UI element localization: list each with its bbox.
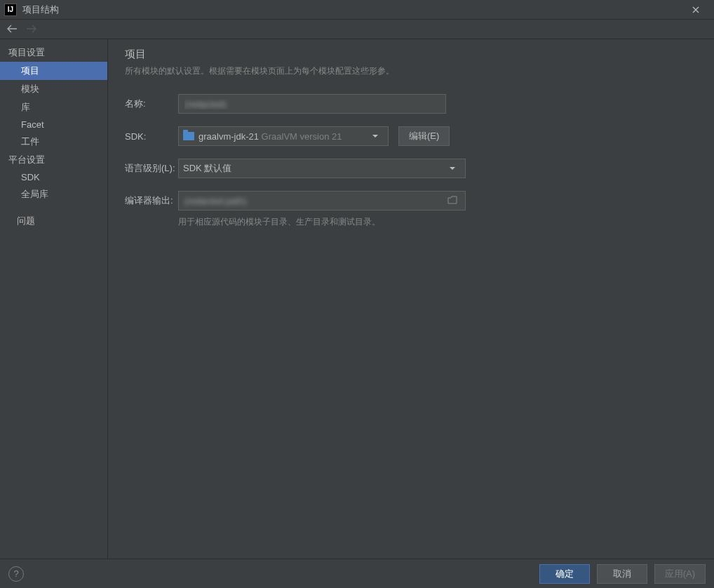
sidebar-item-label: 模块 (21, 83, 39, 94)
sdk-label: SDK: (125, 131, 175, 142)
nav-back-button[interactable] (6, 23, 18, 36)
sidebar-item-label: 问题 (17, 215, 35, 226)
edit-sdk-button[interactable]: 编辑(E) (398, 126, 450, 146)
compiler-output-value: (redacted path) (184, 196, 445, 206)
sidebar-section-project-settings: 项目设置 (0, 44, 107, 62)
sidebar-item-label: 库 (21, 102, 30, 112)
sidebar-item-label: Facet (21, 119, 44, 130)
chevron-down-icon (450, 167, 455, 170)
close-button[interactable] (682, 0, 710, 20)
lang-level-value: SDK 默认值 (183, 162, 445, 175)
sidebar-item-label: SDK (21, 172, 40, 182)
arrow-left-icon (6, 25, 18, 33)
sidebar-item-modules[interactable]: 模块 (0, 80, 107, 98)
sidebar-item-sdk[interactable]: SDK (0, 169, 107, 185)
browse-folder-icon[interactable] (445, 196, 459, 206)
help-button[interactable]: ? (8, 566, 24, 582)
folder-icon (183, 132, 194, 140)
close-icon (692, 6, 699, 13)
sidebar-item-problems[interactable]: 问题 (0, 212, 107, 230)
sidebar-item-global-libs[interactable]: 全局库 (0, 185, 107, 203)
sidebar-section-platform-settings: 平台设置 (0, 151, 107, 169)
main-content: 项目 所有模块的默认设置。根据需要在模块页面上为每个模块配置这些形参。 名称: … (108, 39, 714, 559)
sidebar-item-label: 工件 (21, 136, 39, 147)
lang-level-select[interactable]: SDK 默认值 (178, 159, 466, 178)
sidebar: 项目设置 项目 模块 库 Facet 工件 平台设置 SDK 全局库 问题 (0, 39, 108, 559)
titlebar: IJ 项目结构 (0, 0, 714, 20)
compiler-output-description: 用于相应源代码的模块子目录、生产目录和测试目录。 (178, 216, 602, 228)
sidebar-item-label: 全局库 (21, 189, 48, 199)
window-title: 项目结构 (22, 4, 682, 16)
sidebar-item-libraries[interactable]: 库 (0, 98, 107, 116)
arrow-right-icon (26, 25, 37, 33)
apply-button: 应用(A) (654, 564, 706, 584)
sidebar-item-project[interactable]: 项目 (0, 62, 107, 80)
sidebar-item-facet[interactable]: Facet (0, 116, 107, 133)
lang-level-label: 语言级别(L): (125, 162, 175, 175)
ok-button[interactable]: 确定 (539, 564, 590, 584)
nav-toolbar (0, 20, 714, 39)
name-input[interactable] (178, 94, 446, 114)
name-label: 名称: (125, 98, 175, 110)
help-icon: ? (13, 568, 18, 579)
sdk-select[interactable]: graalvm-jdk-21 GraalVM version 21 (178, 126, 389, 146)
sdk-select-value: graalvm-jdk-21 GraalVM version 21 (198, 131, 368, 142)
sidebar-item-label: 项目 (21, 65, 39, 76)
footer: ? 确定 取消 应用(A) (0, 559, 714, 588)
compiler-output-input[interactable]: (redacted path) (178, 191, 466, 211)
sidebar-item-artifacts[interactable]: 工件 (0, 133, 107, 151)
page-description: 所有模块的默认设置。根据需要在模块页面上为每个模块配置这些形参。 (125, 65, 697, 77)
cancel-button[interactable]: 取消 (597, 564, 647, 584)
compiler-output-label: 编译器输出: (125, 194, 175, 207)
chevron-down-icon (372, 135, 378, 138)
nav-forward-button (25, 23, 38, 36)
app-icon: IJ (4, 4, 17, 16)
page-title: 项目 (125, 48, 697, 61)
